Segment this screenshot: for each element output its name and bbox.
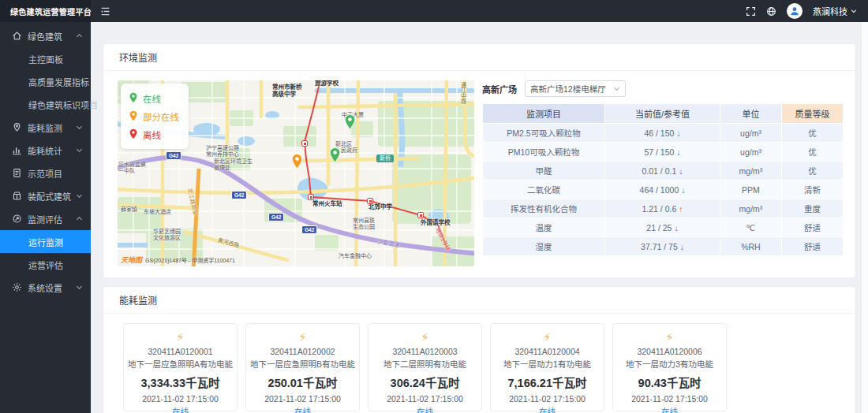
cell-grade: 优 [782, 143, 843, 161]
trend-down-icon: ↓ [681, 185, 685, 195]
env-table-row: 甲醛0.01 / 0.1 ↓mg/m³优 [483, 162, 843, 180]
pin-icon [129, 128, 138, 141]
cell-grade: 舒适 [782, 218, 843, 236]
trend-up-icon: ↑ [679, 204, 683, 214]
meter-id: 320411A0120004 [491, 347, 604, 356]
env-panel-title: 环境监测 [103, 44, 855, 71]
sidebar-item-label: 绿色建筑 [28, 30, 62, 43]
map-pin[interactable] [291, 154, 303, 173]
sidebar-item-chart[interactable]: 能耗统计 [0, 139, 91, 162]
bolt-icon: ⚡ [369, 331, 481, 343]
company-name: 燕澜科技 [813, 5, 847, 17]
meter-timestamp: 2021-11-02 17:15:00 [246, 394, 359, 404]
fullscreen-icon[interactable] [746, 6, 756, 17]
legend-item: 离线 [129, 125, 179, 143]
env-col-header: 监测项目 [483, 104, 604, 123]
map-pin[interactable] [329, 147, 341, 166]
cell-grade: 优 [782, 124, 843, 142]
cell-item: PM2.5可吸入颗粒物 [483, 124, 604, 142]
meter-id: 320411A0120003 [369, 347, 481, 356]
sidebar-subitem-0[interactable]: 运行监测 [0, 230, 91, 253]
chevron-down-icon [76, 284, 83, 291]
env-panel: 环境监测 [103, 43, 856, 278]
cell-unit: mg/m³ [720, 199, 781, 218]
sidebar-subitem-1[interactable]: 高质量发展指标 [0, 70, 91, 93]
avatar[interactable] [787, 3, 803, 19]
location-select[interactable]: 高新广场12楼电梯厅 [525, 80, 626, 97]
cell-item: 温度 [483, 218, 604, 236]
sidebar-subitem-0[interactable]: 主控面板 [0, 47, 91, 70]
sidebar-item-home[interactable]: 绿色建筑 [0, 24, 91, 47]
globe-icon[interactable] [766, 6, 776, 17]
energy-card: ⚡320411A0120002地下一层应急照明B有功电能250.01千瓦时202… [245, 323, 360, 411]
sidebar-subitem-1[interactable]: 运营评估 [0, 253, 91, 276]
highway-badge: G42 [231, 191, 247, 199]
trend-down-icon: ↓ [674, 223, 678, 233]
meter-timestamp: 2021-11-02 17:15:00 [491, 394, 604, 404]
tianditu-logo: 天地图 [121, 255, 142, 265]
map-town-badge: 新桥 [376, 154, 394, 162]
cell-value: 57 / 150 ↓ [605, 143, 720, 161]
cell-grade: 舒适 [782, 237, 843, 255]
meter-status-link[interactable]: 在线 [124, 405, 237, 413]
energy-panel: 能耗监测 ⚡320411A0120001地下一层应急照明A有功电能3,334.3… [103, 286, 856, 413]
legend-item: 部分在线 [129, 107, 179, 125]
meter-id: 320411A0120006 [613, 347, 726, 356]
chevron-down-icon [76, 192, 83, 199]
main-content: 环境监测 [91, 22, 868, 413]
cell-value: 37.71 / 75 ↓ [605, 237, 720, 255]
meter-status-link[interactable]: 在线 [491, 405, 604, 413]
meter-value: 306.24千瓦时 [369, 374, 481, 390]
env-table-row: PM10可吸入颗粒物57 / 150 ↓ug/m³优 [483, 143, 843, 161]
sidebar-item-location[interactable]: 能耗监测 [0, 116, 91, 139]
sidebar-item-gear[interactable]: 系统设置 [0, 276, 91, 299]
cell-unit: %RH [720, 237, 781, 255]
cell-grade: 重度 [782, 199, 843, 218]
energy-card: ⚡320411A0120001地下一层应急照明A有功电能3,334.33千瓦时2… [123, 323, 238, 411]
energy-panel-title: 能耗监测 [103, 287, 855, 314]
sidebar-item-document[interactable]: 示范项目 [0, 162, 91, 184]
cell-item: 挥发性有机化合物 [483, 199, 604, 218]
chevron-down-icon [76, 124, 83, 131]
cell-unit: ug/m³ [720, 124, 781, 142]
env-col-header: 单位 [720, 104, 781, 123]
meter-value: 250.01千瓦时 [246, 374, 359, 390]
legend-item: 在线 [129, 89, 179, 107]
map[interactable]: 常州市新桥 高级中学旅游学校中天大厦新北区 人民政府沪宁高速公路 常州养排中心新… [118, 80, 474, 266]
meter-status-link[interactable]: 在线 [246, 405, 359, 413]
sidebar-item-box[interactable]: 装配式建筑 [0, 184, 91, 207]
chevron-up-icon [76, 215, 83, 222]
map-pin[interactable] [344, 114, 356, 133]
highway-badge: G42 [166, 151, 181, 160]
top-bar: 绿色建筑运营管理平台 燕澜科技 [0, 0, 868, 22]
monitor-icon [12, 214, 22, 224]
sidebar-item-monitor[interactable]: 监测评估 [0, 207, 91, 230]
energy-card: ⚡320411A0120006地下一层动力3有功电能90.43千瓦时2021-1… [612, 323, 727, 411]
meter-status-link[interactable]: 在线 [613, 405, 726, 413]
bolt-icon: ⚡ [491, 331, 604, 343]
cell-item: 二氧化碳 [483, 180, 604, 199]
pin-icon [129, 110, 138, 123]
location-icon [12, 122, 22, 132]
metro-station-icon [301, 140, 308, 147]
env-table-row: 二氧化碳464 / 1000 ↓PPM清新 [483, 180, 843, 199]
sidebar-item-label: 能耗统计 [28, 144, 62, 157]
sidebar: 绿色建筑主控面板高质量发展指标绿色建筑标识项目能耗监测能耗统计示范项目装配式建筑… [0, 22, 91, 413]
sidebar-item-label: 能耗监测 [28, 121, 62, 134]
app-title: 绿色建筑运营管理平台 [0, 0, 91, 22]
trend-down-icon: ↓ [680, 242, 684, 251]
sidebar-item-label: 装配式建筑 [28, 190, 71, 203]
cell-value: 0.01 / 0.1 ↓ [605, 162, 720, 180]
meter-value: 7,166.21千瓦时 [491, 374, 604, 390]
chevron-down-icon [76, 147, 83, 154]
cell-value: 46 / 150 ↓ [605, 124, 720, 142]
menu-fold-icon[interactable] [100, 6, 110, 17]
env-table-row: 温度21 / 25 ↓℃舒适 [483, 218, 843, 236]
legend-label: 在线 [143, 92, 161, 105]
meter-id: 320411A0120001 [124, 347, 237, 356]
sidebar-subitem-2[interactable]: 绿色建筑标识项目 [0, 93, 91, 116]
energy-cards: ⚡320411A0120001地下一层应急照明A有功电能3,334.33千瓦时2… [103, 314, 855, 413]
scrollbar[interactable] [861, 22, 868, 413]
user-menu[interactable]: 燕澜科技 [813, 5, 857, 17]
meter-status-link[interactable]: 在线 [369, 405, 481, 413]
